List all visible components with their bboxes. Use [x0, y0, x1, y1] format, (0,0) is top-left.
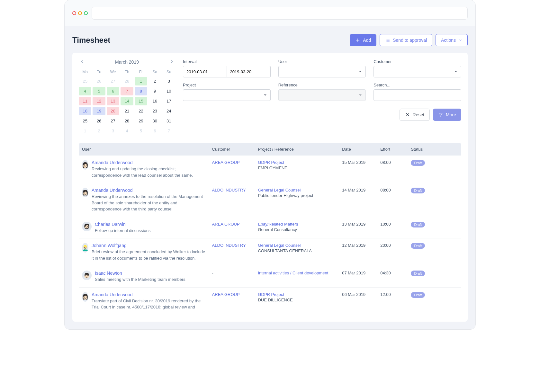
more-label: More [446, 112, 456, 117]
calendar-day[interactable]: 7 [121, 87, 133, 95]
calendar-day[interactable]: 14 [121, 97, 133, 105]
calendar-day[interactable]: 4 [79, 87, 91, 95]
project-link[interactable]: GDPR Project [258, 292, 336, 297]
search-input[interactable] [374, 89, 461, 101]
calendar-day[interactable]: 5 [93, 87, 105, 95]
calendar-day[interactable]: 2 [93, 127, 105, 135]
calendar-day[interactable]: 26 [93, 77, 105, 85]
calendar-day[interactable]: 9 [148, 87, 161, 95]
user-select[interactable] [278, 66, 366, 77]
calendar-day[interactable]: 25 [79, 117, 91, 125]
user-name-link[interactable]: Isaac Newton [95, 271, 185, 276]
calendar-day[interactable]: 18 [79, 107, 91, 115]
customer-link[interactable]: ALDO INDUSTRY [212, 243, 246, 248]
calendar-day[interactable]: 1 [79, 127, 91, 135]
customer-select[interactable] [374, 66, 461, 77]
project-link[interactable]: Ebay/Related Matters [258, 222, 336, 227]
project-link[interactable]: Internal activities / Client development [258, 271, 336, 275]
calendar-day[interactable]: 17 [163, 97, 175, 105]
table-row[interactable]: 🧔🏻Charles DarwinFollow-up internal discu… [79, 217, 461, 238]
send-approval-button[interactable]: Send to approval [380, 34, 432, 46]
table-row[interactable]: 👱🏻‍♂️Johann WolfgangBrief review of the … [79, 238, 461, 266]
table-row[interactable]: 👨🏻Isaac NewtonSales meeting with the Mar… [79, 266, 461, 288]
project-label: Project [183, 83, 271, 87]
table-row[interactable]: 👩🏻Amanda UnderwoodTranslate part of Civi… [79, 287, 461, 315]
calendar-day[interactable]: 8 [135, 87, 147, 95]
user-name-link[interactable]: Amanda Underwood [92, 292, 206, 297]
interval-to-input[interactable] [227, 66, 271, 77]
calendar-day[interactable]: 27 [107, 77, 119, 85]
calendar-day[interactable]: 7 [163, 127, 175, 135]
calendar-day[interactable]: 21 [121, 107, 133, 115]
calendar-day[interactable]: 28 [121, 117, 133, 125]
customer-link[interactable]: AREA GROUP [212, 222, 240, 227]
date-cell: 07 Mar 2019 [339, 266, 377, 288]
calendar-day[interactable]: 28 [121, 77, 133, 85]
reset-button[interactable]: Reset [400, 109, 430, 121]
calendar-dow: Sa [148, 68, 161, 76]
calendar-day[interactable]: 12 [93, 97, 105, 105]
calendar-day[interactable]: 11 [79, 97, 91, 105]
calendar-day[interactable]: 5 [135, 127, 147, 135]
project-link[interactable]: General Legal Counsel [258, 243, 336, 248]
calendar-day[interactable]: 22 [135, 107, 147, 115]
user-name-link[interactable]: Charles Darwin [95, 222, 150, 227]
table-header: Customer [209, 143, 255, 156]
window-close-dot[interactable] [72, 11, 76, 15]
url-input[interactable] [92, 7, 468, 20]
table-row[interactable]: 👩🏻Amanda UnderwoodReviewing and updating… [79, 156, 461, 183]
cal-prev[interactable] [79, 59, 85, 65]
customer-label: Customer [374, 59, 461, 64]
reference-select [278, 89, 366, 101]
user-name-link[interactable]: Amanda Underwood [92, 160, 206, 165]
table-row[interactable]: 👩🏻Amanda UnderwoodReviewing the annexes … [79, 183, 461, 217]
calendar-day[interactable]: 1 [135, 77, 147, 85]
project-select[interactable] [183, 89, 271, 101]
calendar-day[interactable]: 25 [79, 77, 91, 85]
calendar-day[interactable]: 20 [107, 107, 119, 115]
calendar-day[interactable]: 27 [107, 117, 119, 125]
timesheet-table: UserCustomerProject / ReferenceDateEffor… [79, 143, 461, 315]
cal-next[interactable] [169, 59, 175, 65]
user-name-link[interactable]: Amanda Underwood [92, 188, 206, 193]
status-badge: Draft [411, 271, 425, 276]
status-badge: Draft [411, 188, 425, 193]
chevron-right-icon [170, 59, 174, 64]
project-link[interactable]: General Legal Counsel [258, 188, 336, 192]
calendar-day[interactable]: 29 [135, 117, 147, 125]
project-link[interactable]: GDPR Project [258, 160, 336, 165]
effort-cell: 08:00 [377, 156, 408, 183]
avatar: 👩🏻 [82, 188, 88, 197]
customer-link[interactable]: AREA GROUP [212, 292, 240, 297]
calendar-day[interactable]: 16 [148, 97, 161, 105]
add-button[interactable]: Add [350, 34, 376, 46]
browser-chrome [65, 0, 475, 26]
window-max-dot[interactable] [84, 11, 88, 15]
page-title: Timesheet [72, 36, 110, 45]
calendar-day[interactable]: 2 [148, 77, 161, 85]
calendar-day[interactable]: 15 [135, 97, 147, 105]
actions-button[interactable]: Actions [436, 34, 468, 46]
calendar-day[interactable]: 30 [148, 117, 161, 125]
calendar-day[interactable]: 3 [163, 77, 175, 85]
calendar-day[interactable]: 23 [148, 107, 161, 115]
window-min-dot[interactable] [78, 11, 82, 15]
interval-from-input[interactable] [183, 66, 227, 77]
more-filters-button[interactable]: More [433, 109, 461, 121]
window-dots [72, 11, 88, 15]
calendar-day[interactable]: 10 [163, 87, 175, 95]
calendar-day[interactable]: 26 [93, 117, 105, 125]
calendar-day[interactable]: 19 [93, 107, 105, 115]
user-label: User [278, 59, 366, 64]
chevron-down-icon [458, 38, 462, 42]
customer-link[interactable]: AREA GROUP [212, 160, 240, 165]
customer-link[interactable]: ALDO INDUSTRY [212, 188, 246, 192]
calendar-day[interactable]: 6 [107, 87, 119, 95]
calendar-day[interactable]: 31 [163, 117, 175, 125]
calendar-day[interactable]: 4 [121, 127, 133, 135]
calendar-day[interactable]: 6 [148, 127, 161, 135]
calendar-day[interactable]: 3 [107, 127, 119, 135]
calendar-day[interactable]: 13 [107, 97, 119, 105]
calendar-day[interactable]: 24 [163, 107, 175, 115]
user-name-link[interactable]: Johann Wolfgang [92, 243, 206, 248]
